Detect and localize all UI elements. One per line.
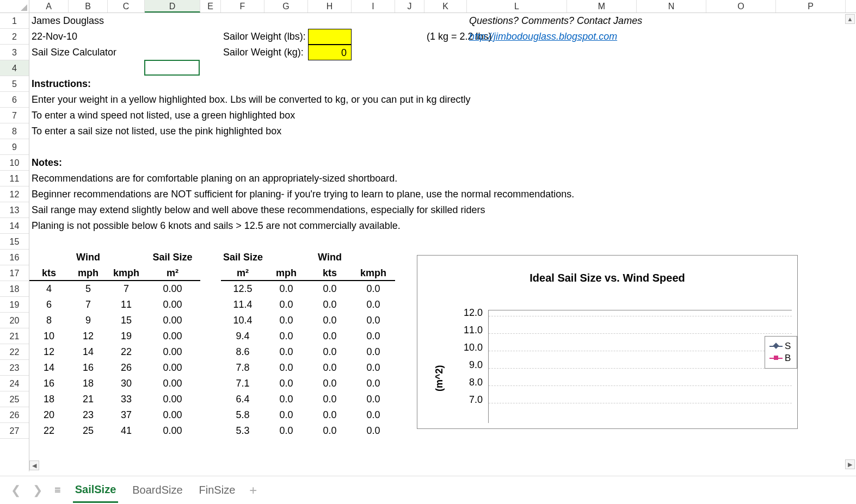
sheet-tabs-bar: ❮ ❯ ≡ SailSize BoardSize FinSize + (0, 476, 856, 504)
row-header-21[interactable]: 21 (0, 328, 29, 344)
col-header-M[interactable]: M (567, 0, 637, 13)
t2-mph-8: 0.0 (264, 407, 308, 423)
t2-kmph-6: 0.0 (352, 376, 395, 391)
col-header-N[interactable]: N (637, 0, 706, 13)
row-header-14[interactable]: 14 (0, 218, 29, 234)
t2-mph-5: 0.0 (264, 360, 308, 376)
row-header-25[interactable]: 25 (0, 391, 29, 407)
t1-mph-1: 7 (69, 297, 108, 313)
scroll-up-button[interactable]: ▲ (845, 14, 855, 24)
row-header-11[interactable]: 11 (0, 171, 29, 186)
instructions-l1: Enter your weight in a yellow highlighte… (29, 92, 682, 108)
row-header-12[interactable]: 12 (0, 186, 29, 202)
scroll-left-button[interactable]: ◀ (29, 461, 39, 470)
t2-kmph: kmph (352, 265, 395, 281)
row-header-26[interactable]: 26 (0, 407, 29, 423)
row-header-18[interactable]: 18 (0, 281, 29, 297)
row-header-9[interactable]: 9 (0, 139, 29, 155)
scroll-right-button[interactable]: ▶ (845, 459, 855, 469)
t1-ss-1: 0.00 (145, 297, 200, 313)
t2-kmph-7: 0.0 (352, 391, 395, 407)
col-header-B[interactable]: B (69, 0, 108, 13)
t1-kts-5: 14 (29, 360, 69, 376)
t2-ss-1: 11.4 (221, 297, 264, 313)
t2-kmph-9: 0.0 (352, 423, 395, 439)
t1-mph-9: 25 (69, 423, 108, 439)
row-header-4[interactable]: 4 (0, 60, 29, 76)
col-header-D[interactable]: D (145, 0, 200, 13)
t1-sailsize-hdr: Sail Size (145, 250, 200, 265)
t2-kts-4: 0.0 (308, 344, 352, 360)
tab-finsize[interactable]: FinSize (197, 478, 238, 502)
t2-mph-4: 0.0 (264, 344, 308, 360)
row-header-27[interactable]: 27 (0, 423, 29, 439)
col-header-I[interactable]: I (352, 0, 395, 13)
row-header-19[interactable]: 19 (0, 297, 29, 313)
select-all-corner[interactable] (0, 0, 29, 13)
blog-link[interactable]: http://jimbodouglass.blogspot.com (467, 29, 695, 45)
row-header-7[interactable]: 7 (0, 108, 29, 123)
t1-ss-8: 0.00 (145, 407, 200, 423)
row-header-3[interactable]: 3 (0, 45, 29, 60)
t1-mph-2: 9 (69, 313, 108, 328)
t2-kts-3: 0.0 (308, 328, 352, 344)
t2-kmph-8: 0.0 (352, 407, 395, 423)
col-header-A[interactable]: A (29, 0, 69, 13)
t2-mph-2: 0.0 (264, 313, 308, 328)
row-header-23[interactable]: 23 (0, 360, 29, 376)
chart-ideal-sail-size[interactable]: Ideal Sail Size vs. Wind Speed(m^2)12.01… (417, 255, 798, 429)
weight-kg-input[interactable]: 0 (308, 45, 352, 60)
t1-kts: kts (29, 265, 69, 281)
t2-kmph-5: 0.0 (352, 360, 395, 376)
tab-prev-button[interactable]: ❮ (11, 483, 21, 497)
t2-kmph-0: 0.0 (352, 281, 395, 297)
col-header-L[interactable]: L (467, 0, 567, 13)
tab-boardsize[interactable]: BoardSize (130, 478, 184, 502)
t1-ss-4: 0.00 (145, 344, 200, 360)
col-header-E[interactable]: E (200, 0, 221, 13)
col-header-J[interactable]: J (395, 0, 424, 13)
row-header-16[interactable]: 16 (0, 250, 29, 265)
col-header-O[interactable]: O (706, 0, 776, 13)
chart-legend: SB (765, 336, 797, 369)
row-header-8[interactable]: 8 (0, 123, 29, 139)
col-header-F[interactable]: F (221, 0, 264, 13)
row-header-2[interactable]: 2 (0, 29, 29, 45)
row-header-24[interactable]: 24 (0, 376, 29, 391)
chart-title: Ideal Sail Size vs. Wind Speed (417, 272, 797, 284)
tab-menu-icon[interactable]: ≡ (54, 484, 61, 496)
t2-sailsize-hdr: Sail Size (221, 250, 264, 265)
t2-kts-7: 0.0 (308, 391, 352, 407)
tab-sailsize[interactable]: SailSize (73, 478, 119, 503)
col-header-G[interactable]: G (264, 0, 308, 13)
t2-mph-7: 0.0 (264, 391, 308, 407)
row-header-1[interactable]: 1 (0, 13, 29, 29)
t1-kts-7: 18 (29, 391, 69, 407)
t1-kts-6: 16 (29, 376, 69, 391)
row-header-20[interactable]: 20 (0, 313, 29, 328)
col-header-K[interactable]: K (424, 0, 467, 13)
t1-kmph: kmph (108, 265, 145, 281)
add-sheet-button[interactable]: + (249, 483, 257, 498)
weight-lbs-input[interactable] (308, 29, 352, 45)
row-header-17[interactable]: 17 (0, 265, 29, 281)
t2-ss-5: 7.8 (221, 360, 264, 376)
selected-cell[interactable] (144, 60, 200, 76)
col-header-C[interactable]: C (108, 0, 145, 13)
row-header-5[interactable]: 5 (0, 76, 29, 92)
row-header-13[interactable]: 13 (0, 202, 29, 218)
col-header-P[interactable]: P (776, 0, 846, 13)
date: 22-Nov-10 (29, 29, 138, 45)
t2-mph-9: 0.0 (264, 423, 308, 439)
col-header-H[interactable]: H (308, 0, 352, 13)
row-header-15[interactable]: 15 (0, 234, 29, 250)
t2-wind-hdr: Wind (308, 250, 352, 265)
author-name: James Douglass (29, 13, 193, 29)
t1-mph-4: 14 (69, 344, 108, 360)
chart-plot-area (488, 310, 792, 423)
t1-kmph-7: 33 (108, 391, 145, 407)
row-header-6[interactable]: 6 (0, 92, 29, 108)
row-header-10[interactable]: 10 (0, 155, 29, 171)
row-header-22[interactable]: 22 (0, 344, 29, 360)
tab-next-button[interactable]: ❯ (33, 483, 42, 497)
